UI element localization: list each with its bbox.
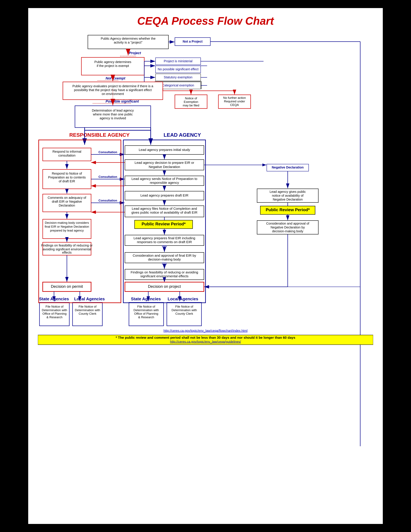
svg-text:activity is a "project": activity is a "project" [114,41,142,44]
svg-text:may be filed: may be filed [183,104,199,107]
svg-text:draft EIR or Negative: draft EIR or Negative [52,200,82,203]
svg-text:Lead agency files Notice of Co: Lead agency files Notice of Completion a… [132,207,197,210]
page-title: CEQA Process Flow Chart [38,15,373,27]
svg-text:Public Review Period*: Public Review Period* [141,221,186,226]
svg-text:if the project is exempt: if the project is exempt [97,64,129,67]
svg-text:Decision-making body considers: Decision-making body considers [45,221,89,224]
svg-text:File Notice of: File Notice of [79,305,97,308]
svg-text:agency is involved: agency is involved [100,116,126,120]
svg-text:State Agencies: State Agencies [131,296,161,301]
svg-text:Exemption: Exemption [184,100,198,104]
svg-text:consultation: consultation [58,154,75,157]
svg-text:* The public review and commen: * The public review and comment period s… [116,336,295,339]
svg-text:Public agency determines: Public agency determines [94,60,131,64]
svg-text:effects: effects [62,251,72,254]
svg-text:Lead agency gives public: Lead agency gives public [270,190,306,193]
svg-text:Determination with: Determination with [171,308,197,312]
svg-text:Consideration and approval of : Consideration and approval of final EIR … [133,254,196,257]
svg-text:Preparation as to contents: Preparation as to contents [48,176,86,179]
svg-text:Notice of: Notice of [185,96,197,100]
svg-text:File Notice of: File Notice of [46,305,64,308]
svg-text:Lead agency prepares final EIR: Lead agency prepares final EIR including [134,236,195,240]
svg-text:Public Agency determines wheth: Public Agency determines whether the [101,37,156,40]
svg-text:No possible significant effect: No possible significant effect [158,67,199,71]
svg-text:Possible significant: Possible significant [106,99,139,103]
svg-text:Not a Project: Not a Project [183,40,203,43]
svg-text:Findings on feasibility of red: Findings on feasibility of reducing or [41,244,93,247]
svg-text:Consultation: Consultation [98,199,117,202]
svg-text:decision-making body: decision-making body [148,257,181,261]
svg-text:Lead agency prepares initial s: Lead agency prepares initial study [139,148,190,152]
svg-text:& Research: & Research [47,315,62,319]
svg-text:Respond to informal: Respond to informal [53,150,81,153]
svg-text:Determination with: Determination with [75,308,100,312]
svg-text:final EIR or Negative Declarat: final EIR or Negative Declaration [45,225,89,228]
svg-text:Lead agency sends Notice of Pr: Lead agency sends Notice of Preparation … [131,177,197,180]
svg-text:Decision on permit: Decision on permit [51,284,83,289]
svg-text:Project is ministerial: Project is ministerial [164,59,192,63]
svg-text:Consultation: Consultation [98,150,117,154]
svg-text:gives public notice of availab: gives public notice of availability of d… [131,210,197,214]
svg-text:Public Review Period*: Public Review Period* [266,207,310,212]
svg-text:Decision on project: Decision on project [148,284,181,289]
svg-text:Lead agency prepares draft EIR: Lead agency prepares draft EIR [140,193,188,197]
svg-text:Local Agencies: Local Agencies [74,296,105,301]
svg-text:Negative Declaration by: Negative Declaration by [271,226,305,229]
svg-text:Consideration and approval of: Consideration and approval of [266,222,309,225]
svg-text:Required under: Required under [224,100,245,103]
svg-text:Findings on feasibility of red: Findings on feasibility of reducing or a… [131,270,198,274]
svg-text:decision-making body: decision-making body [272,229,303,233]
svg-text:Determination with: Determination with [133,308,159,312]
svg-text:Respond to Notice of: Respond to Notice of [52,172,82,175]
svg-text:Negative Declaration: Negative Declaration [272,166,304,169]
svg-text:CEQA: CEQA [230,103,239,106]
svg-text:notice of availability of: notice of availability of [272,194,303,197]
svg-text:& Research: & Research [138,315,154,319]
svg-text:Not Exempt: Not Exempt [106,76,126,80]
svg-text:responses to comments on draft: responses to comments on draft EIR [137,240,192,244]
svg-text:significant environmental effe: significant environmental effects [140,274,188,278]
svg-text:responsible agency: responsible agency [150,181,179,184]
svg-text:avoiding significant environme: avoiding significant environmental [43,247,91,251]
svg-text:Negative Declaration: Negative Declaration [273,198,303,201]
svg-text:File Notice of: File Notice of [175,305,193,308]
svg-text:where more than one public: where more than one public [93,113,133,116]
svg-text:of draft EIR: of draft EIR [59,180,75,183]
svg-text:Office of Planning: Office of Planning [42,312,66,315]
lead-agency-header: LEAD AGENCY [164,132,201,138]
svg-text:Negative Declaration: Negative Declaration [149,165,180,169]
svg-text:Local Agencies: Local Agencies [168,296,198,301]
svg-text:State Agencies: State Agencies [39,296,69,301]
svg-text:Project: Project [129,51,141,55]
svg-text:prepared by lead agency: prepared by lead agency [50,229,84,232]
svg-text:County Clerk: County Clerk [175,312,193,315]
svg-text:http://ceres.ca.gov/topic/env_: http://ceres.ca.gov/topic/env_law/ceqa/f… [163,329,247,332]
svg-text:Lead agency decision to prepar: Lead agency decision to prepare EIR or [135,161,194,164]
svg-text:Determination of lead agency: Determination of lead agency [92,109,134,112]
svg-text:Comments on adequacy of: Comments on adequacy of [47,196,86,200]
svg-text:Statutory exemption: Statutory exemption [164,76,192,79]
responsible-agency-header: RESPONSIBLE AGENCY [69,132,130,138]
svg-text:Consultation: Consultation [98,175,117,179]
svg-text:No further action: No further action [223,96,246,99]
svg-text:Office of Planning: Office of Planning [134,312,158,315]
svg-text:Determination with: Determination with [42,308,67,312]
svg-text:File Notice of: File Notice of [137,305,155,308]
svg-text:Public agency evaluates projec: Public agency evaluates project to deter… [72,84,153,88]
svg-text:Declaration: Declaration [59,204,75,207]
svg-text:Categorical exemption: Categorical exemption [162,84,194,87]
svg-text:http://ceres.ca.gov/topic/env_: http://ceres.ca.gov/topic/env_law/ceqa/g… [170,340,241,343]
svg-text:County Clerk: County Clerk [79,312,96,315]
